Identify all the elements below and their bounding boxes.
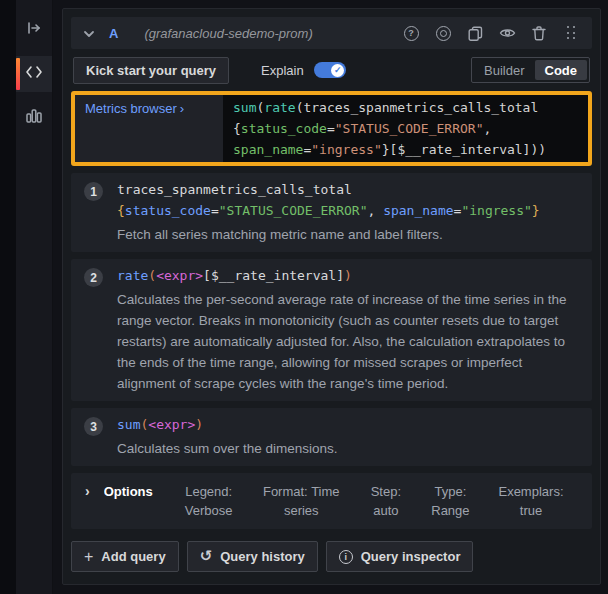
step-number-badge: 2 [84, 268, 103, 287]
trash-icon[interactable] [530, 24, 548, 42]
duplicate-query-icon[interactable] [466, 24, 484, 42]
option-legend: Legend: Verbose [180, 482, 238, 520]
toggle-check-icon: ✓ [331, 64, 344, 77]
collapse-query-button[interactable] [83, 24, 95, 42]
mode-code-button[interactable]: Code [535, 60, 588, 80]
sidebar-item-expand[interactable] [16, 12, 52, 48]
step-code: traces_spanmetrics_calls_total{status_co… [117, 179, 578, 221]
mode-builder-button[interactable]: Builder [474, 60, 534, 80]
bar-chart-icon [25, 108, 43, 128]
step-description: Calculates the per-second average rate o… [117, 289, 578, 394]
query-editor-panel: A (grafanacloud-sedemo-prom) ? [62, 8, 601, 585]
eye-icon[interactable] [498, 24, 516, 42]
query-actions: ? [402, 24, 580, 42]
left-edge-strip [0, 0, 16, 594]
toolbar-row: Kick start your query Explain ✓ Builder … [71, 56, 592, 84]
sidebar-item-visualization[interactable] [16, 100, 52, 136]
page: A (grafanacloud-sedemo-prom) ? [0, 0, 608, 594]
record-icon[interactable] [434, 24, 452, 42]
options-summary: Legend: Verbose Format: Time series Step… [154, 482, 578, 520]
option-format: Format: Time series [257, 482, 345, 520]
explain-step-1: 1 traces_spanmetrics_calls_total{status_… [71, 173, 592, 252]
step-number-badge: 1 [84, 182, 103, 201]
sidebar [16, 0, 53, 594]
step-number-badge: 3 [84, 417, 103, 436]
add-query-button[interactable]: + Add query [71, 541, 179, 572]
chevron-down-icon [83, 24, 95, 42]
datasource-name: (grafanacloud-sedemo-prom) [144, 26, 312, 41]
step-code: rate(<expr>[$__rate_interval]) [117, 265, 578, 286]
step-description: Fetch all series matching metric name an… [117, 224, 578, 245]
active-indicator [16, 58, 20, 90]
explain-step-2: 2 rate(<expr>[$__rate_interval]) Calcula… [71, 259, 592, 401]
history-icon: ↺ [200, 550, 213, 563]
drag-handle-icon[interactable] [562, 24, 580, 42]
option-step: Step: auto [365, 482, 407, 520]
step-description: Calculates sum over the dimensions. [117, 438, 578, 459]
expand-right-icon [25, 20, 43, 40]
explain-toggle[interactable]: ✓ [314, 62, 346, 78]
query-inspector-button[interactable]: i Query inspector [326, 541, 474, 572]
explain-label: Explain [261, 63, 304, 78]
plus-icon: + [84, 551, 93, 563]
options-row[interactable]: › Options Legend: Verbose Format: Time s… [71, 473, 592, 529]
options-label: Options [104, 482, 154, 501]
code-icon [25, 65, 43, 83]
promql-code-input[interactable]: sum(rate(traces_spanmetrics_calls_total{… [223, 95, 588, 162]
metrics-browser-button[interactable]: Metrics browser› [75, 95, 223, 162]
query-editor-highlighted: Metrics browser› sum(rate(traces_spanmet… [71, 91, 592, 166]
footer-actions: + Add query ↺ Query history i Query insp… [71, 541, 592, 572]
explain-step-3: 3 sum(<expr>) Calculates sum over the di… [71, 408, 592, 466]
sidebar-item-code[interactable] [16, 56, 52, 92]
kick-start-query-button[interactable]: Kick start your query [73, 57, 229, 84]
query-history-button[interactable]: ↺ Query history [187, 541, 318, 572]
option-exemplars: Exemplars: true [494, 482, 568, 520]
query-header-row: A (grafanacloud-sedemo-prom) ? [71, 17, 592, 49]
editor-mode-group: Builder Code [471, 57, 590, 83]
chevron-right-icon: › [180, 101, 184, 116]
info-icon: i [339, 550, 353, 564]
query-ref-id[interactable]: A [109, 26, 118, 41]
step-code: sum(<expr>) [117, 414, 578, 435]
option-type: Type: Range [426, 482, 474, 520]
chevron-right-icon: › [85, 482, 90, 501]
help-icon[interactable]: ? [402, 24, 420, 42]
